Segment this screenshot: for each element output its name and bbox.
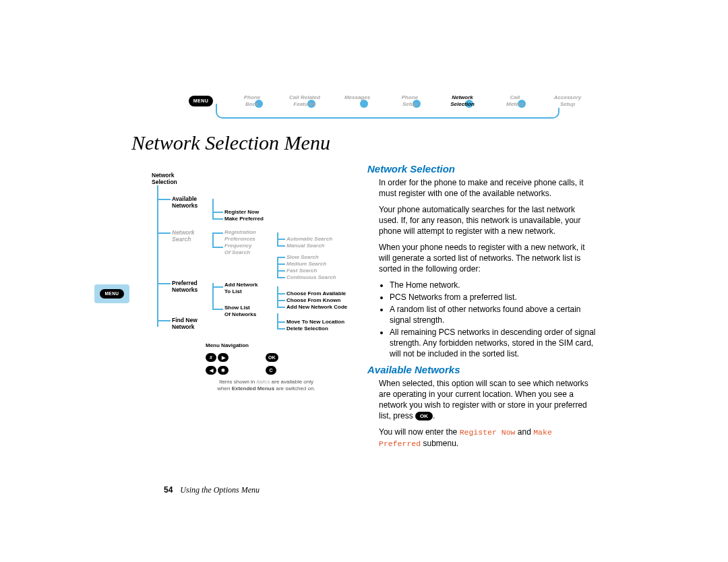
tree-slow-search: Slow Search	[286, 254, 367, 261]
paragraph: When selected, this option will scan to …	[379, 378, 597, 421]
tree-make-preferred: Make Preferred	[224, 216, 278, 222]
page-footer: 54 Using the Options Menu	[164, 485, 260, 495]
menu-item-accessory-setup: AccessorySetup	[541, 94, 594, 108]
tree-registration-preferences: RegistrationPreferences	[224, 229, 278, 243]
tree-choose-from-available: Choose From Available	[286, 290, 367, 297]
tree-delete-selection: Delete Selection	[286, 325, 367, 332]
tree-continuous-search: Continuous Search	[286, 274, 367, 281]
tree-medium-search: Medium Search	[286, 261, 367, 268]
menu-icon: MENU	[100, 289, 124, 299]
page-number: 54	[164, 485, 173, 495]
list-item: The Home network.	[390, 280, 597, 290]
pound-key-icon: #	[206, 353, 216, 362]
tree-fast-search: Fast Search	[286, 268, 367, 274]
menu-rail	[216, 108, 559, 119]
section-network-selection: Network Selection	[367, 164, 597, 175]
tree-register-now: Register Now	[224, 209, 278, 216]
body-text: Network Selection In order for the phone…	[367, 164, 597, 455]
paragraph: Your phone automatically searches for th…	[379, 204, 597, 237]
menu-navigation-legend: Menu Navigation # ▶ OK ◀ ✱ C Items shown…	[206, 342, 327, 392]
footer-section-title: Using the Options Menu	[180, 485, 260, 495]
tree-preferred-networks: PreferredNetworks	[172, 280, 212, 293]
rail-tick	[216, 104, 217, 108]
menu-item-network-selection: NetworkSelection	[436, 94, 489, 108]
legend-title: Menu Navigation	[206, 342, 327, 349]
menu-item-messages: Messages	[331, 94, 384, 101]
tree-move-to-new-location: Move To New Location	[286, 319, 367, 325]
monospace-term: Register Now	[460, 428, 516, 437]
tree-network-search: NetworkSearch	[172, 229, 212, 243]
menu-item-call-meters: CallMeters	[489, 94, 541, 108]
c-key-icon: C	[266, 366, 276, 375]
list-item: A random list of other networks found ab…	[390, 304, 597, 325]
legend-note: Items shown in italics are available onl…	[206, 379, 327, 392]
paragraph: You will now enter the Register Now and …	[379, 427, 597, 449]
ok-key-icon: OK	[415, 412, 433, 420]
tree-add-network-to-list: Add NetworkTo List	[224, 282, 278, 295]
paragraph: When your phone needs to register with a…	[379, 242, 597, 274]
star-key-icon: ✱	[218, 366, 229, 375]
left-arrow-icon: ◀	[206, 366, 216, 375]
right-arrow-icon: ▶	[218, 353, 229, 362]
tree-find-new-network: Find NewNetwork	[172, 317, 212, 330]
tree-automatic-search: Automatic Search	[286, 236, 367, 243]
page-title: Network Selection Menu	[131, 131, 330, 154]
paragraph: In order for the phone to make and recei…	[379, 177, 597, 199]
list-item: PCS Networks from a preferred list.	[390, 292, 597, 303]
list-item: All remaining PCS networks in descending…	[390, 327, 597, 359]
section-available-networks: Available Networks	[367, 365, 597, 375]
tree-manual-search: Manual Search	[286, 243, 367, 249]
menu-item-phone-setup: PhoneSetup	[384, 94, 436, 108]
tree-choose-from-known: Choose From Known	[286, 297, 367, 304]
tree-root: NetworkSelection	[152, 172, 192, 185]
tree-frequency-of-search: FrequencyOf Search	[224, 243, 278, 256]
tree-add-new-network-code: Add New Network Code	[286, 304, 367, 311]
menu-chip-icon: MENU	[189, 96, 213, 106]
tree-show-list-of-networks: Show ListOf Networks	[224, 305, 278, 318]
menu-item-phone-book: PhoneBook	[226, 94, 278, 108]
menu-item-call-related: Call RelatedFeatures	[278, 94, 331, 108]
side-menu-badge: MENU	[94, 284, 129, 303]
ordered-list: The Home network. PCS Networks from a pr…	[379, 280, 597, 359]
tree-available-networks: AvailableNetworks	[172, 195, 212, 209]
ok-key-icon: OK	[266, 353, 278, 362]
